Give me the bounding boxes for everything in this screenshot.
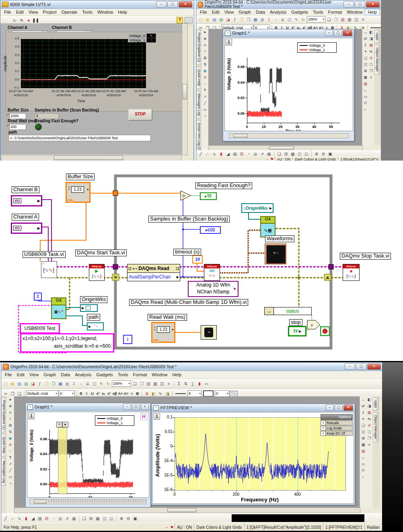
- buffer-size-input[interactable]: ▲▼1000: [6, 113, 26, 119]
- group-objects-icon[interactable]: ❒: [368, 68, 374, 74]
- disable-mask-icon[interactable]: ⊘: [368, 55, 374, 61]
- column-plot-icon[interactable]: ▮: [23, 516, 29, 522]
- group-objects-icon[interactable]: ❒: [366, 435, 372, 441]
- menu-item-edit[interactable]: Edit: [14, 9, 26, 15]
- save-template-icon[interactable]: ▦: [259, 16, 265, 23]
- minimize-button[interactable]: –: [345, 363, 355, 370]
- roi-band[interactable]: [58, 427, 67, 494]
- layer-tab[interactable]: 1: [226, 39, 232, 45]
- read-type-enum[interactable]: Analog 1D WfmNChan NSamp ▼: [188, 281, 239, 297]
- axis-left-icon[interactable]: ∟: [363, 87, 368, 93]
- whole-page-icon[interactable]: ▣: [132, 516, 138, 522]
- align-objects-icon[interactable]: ≡: [366, 442, 372, 447]
- reading-fast-indicator[interactable]: ▸TF: [200, 192, 217, 200]
- data-reader-icon[interactable]: ⊞: [202, 55, 208, 61]
- menu-item-format[interactable]: Format: [325, 9, 344, 15]
- menu-item-data[interactable]: Data: [58, 372, 72, 377]
- originwks-indicator[interactable]: ▶: [80, 304, 98, 312]
- zoom-in-graph-icon[interactable]: ⊕: [313, 151, 320, 157]
- option-row[interactable]: ×Log Scale: [321, 426, 353, 431]
- open-excel-icon[interactable]: ❒: [50, 381, 57, 387]
- frame-select[interactable]: [203, 390, 214, 397]
- fill-color-icon[interactable]: ◧: [150, 391, 157, 397]
- legend[interactable]: Voltage_0Voltage_1: [95, 415, 134, 426]
- spinner-icon[interactable]: ▲▼: [67, 186, 71, 194]
- data-selector-icon[interactable]: ⇅: [8, 429, 13, 435]
- line-plot-icon[interactable]: ╱: [2, 516, 9, 522]
- menu-item-operate[interactable]: Operate: [59, 9, 80, 15]
- tab-apps[interactable]: Apps: [373, 397, 378, 410]
- pan-tool-icon[interactable]: ◑: [202, 113, 208, 119]
- checkbox-checked-icon[interactable]: ×: [321, 426, 326, 431]
- vector-plot-icon[interactable]: ⇗: [64, 516, 70, 522]
- axis-left-icon[interactable]: ∟: [360, 455, 366, 460]
- print-preview-icon[interactable]: ❐: [138, 381, 145, 387]
- new-function-icon[interactable]: ƒ: [37, 381, 43, 387]
- menu-item-analysis[interactable]: Analysis: [267, 9, 289, 15]
- maximize-button[interactable]: ▢: [167, 1, 178, 8]
- format-a--button[interactable]: A˄: [118, 391, 123, 396]
- pointer-icon[interactable]: ➤: [202, 29, 208, 35]
- graph1-titlebar[interactable]: ∿ Graph1 * – ▢ ×: [223, 29, 354, 37]
- tab-object-manager[interactable]: Object Manager: [373, 412, 378, 442]
- new-workbook-icon[interactable]: ▤: [16, 381, 23, 387]
- pointer-icon[interactable]: ➤: [8, 397, 13, 402]
- refresh-icon[interactable]: ↻: [300, 16, 306, 23]
- import-multi-icon[interactable]: ⇊: [84, 381, 91, 387]
- graph-9panel-icon[interactable]: ▦: [290, 151, 296, 157]
- graph-4panel-icon[interactable]: ⊞: [283, 151, 289, 157]
- graph1-titlebar[interactable]: ∿ Graph1 * – ▢ ×: [26, 403, 150, 411]
- polar-plot-icon[interactable]: ◎: [252, 151, 259, 157]
- usb6009-task-vi-icon[interactable]: ✳ {∿∿}: [41, 261, 57, 278]
- column-chart-icon[interactable]: ▮: [196, 381, 203, 387]
- run-icon[interactable]: ▷: [12, 17, 18, 23]
- arrow-tool-icon[interactable]: ↗: [8, 461, 13, 467]
- fill-area-plot-icon[interactable]: ▨: [37, 516, 43, 522]
- close-button[interactable]: ×: [343, 404, 353, 411]
- save-template-icon[interactable]: ▦: [64, 381, 70, 387]
- layer-single-icon[interactable]: ❏: [363, 55, 368, 61]
- layer-tab[interactable]: 1: [154, 413, 160, 420]
- line-style-select[interactable]: [370, 27, 381, 28]
- channels-constant[interactable]: 2: [34, 293, 42, 301]
- format-i-button[interactable]: I: [84, 391, 89, 396]
- draw-data-icon[interactable]: ∴: [202, 81, 208, 87]
- path-control[interactable]: %C:\Users\echo\Documents\OriginLab\2016\…: [8, 135, 151, 141]
- digitize-icon[interactable]: ✎: [293, 16, 300, 23]
- format---button[interactable]: ⊞: [135, 391, 140, 396]
- tab-object-manager[interactable]: Object Manager: [374, 45, 380, 74]
- zoom-in-icon[interactable]: ⊕: [8, 403, 13, 409]
- dbl-value[interactable]: 1.23: [157, 326, 170, 333]
- new-excel-icon[interactable]: ▤: [23, 381, 29, 387]
- fp-vertical-scrollbar[interactable]: [182, 23, 188, 155]
- pattern-select[interactable]: 0▾: [215, 390, 229, 397]
- axis-open-icon[interactable]: ⊓: [363, 100, 368, 106]
- daqmx-stop-task-icon[interactable]: DAQ.mx ■{∿∿}: [343, 264, 360, 281]
- read-wait-input[interactable]: ▲▼200: [6, 124, 26, 130]
- scatter-plot-icon[interactable]: ∴: [9, 516, 16, 522]
- highlight-icon[interactable]: ◨: [164, 391, 171, 397]
- ob-mdi-scrollbar[interactable]: [14, 507, 360, 513]
- menu-item-data[interactable]: Data: [253, 9, 267, 15]
- menu-item-edit[interactable]: Edit: [210, 9, 222, 15]
- menu-item-file[interactable]: File: [2, 9, 14, 15]
- format-x--button[interactable]: x₂: [101, 391, 106, 396]
- data-reader-icon[interactable]: ⊞: [8, 423, 13, 428]
- tab-messages-log[interactable]: Messages Log: [196, 91, 202, 118]
- mask-points-icon[interactable]: ⊘: [8, 442, 13, 447]
- zoom-out-graph-icon[interactable]: ⊖: [125, 516, 132, 522]
- box-plot-icon[interactable]: ⊟: [239, 151, 245, 157]
- import-wizard-icon[interactable]: ↧: [266, 16, 272, 23]
- ot-titlebar[interactable]: OriginPro 2016 64-bit - C:\Users\echo\Do…: [196, 0, 381, 9]
- reading-fast-led[interactable]: [35, 124, 42, 130]
- print-icon[interactable]: ❏: [326, 16, 332, 23]
- menu-item-analysis[interactable]: Analysis: [72, 372, 94, 377]
- label-channel-b[interactable]: Channel B: [12, 186, 39, 193]
- daqmx-read-property-node[interactable]: ❏ ⚬– DAQmx Read ❏ AvailSampPerChan ▶: [127, 264, 180, 282]
- axis-open-icon[interactable]: ⊓: [360, 468, 366, 473]
- fp-horizontal-scrollbar[interactable]: [1, 155, 181, 161]
- print-icon[interactable]: ❏: [132, 381, 138, 387]
- exchange-xy-icon[interactable]: ⇄: [363, 36, 368, 41]
- line-symbol-plot-icon[interactable]: ∿: [16, 516, 23, 522]
- data-selector-icon[interactable]: ⇅: [202, 62, 208, 67]
